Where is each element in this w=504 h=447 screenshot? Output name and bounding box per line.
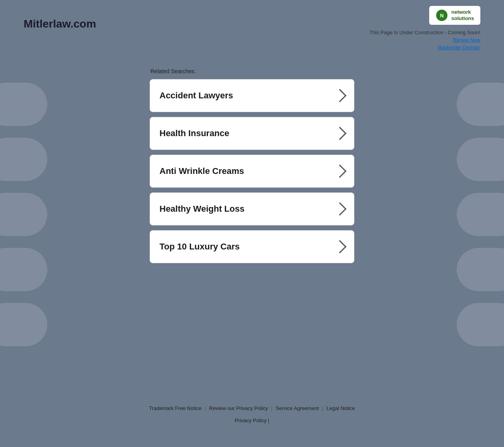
- header-right: N network solutions This Page Is Under C…: [369, 6, 480, 50]
- search-item-accident-lawyers[interactable]: Accident Lawyers: [150, 79, 354, 112]
- decorative-pill-right-2: [457, 138, 504, 181]
- footer-separator-1: |: [205, 405, 206, 411]
- search-item-health-insurance[interactable]: Health Insurance: [150, 117, 354, 150]
- decorative-pill-right-3: [457, 193, 504, 236]
- backorder-domain-link[interactable]: Backorder Domain: [438, 44, 480, 50]
- decorative-pill-left-2: [0, 138, 47, 181]
- ns-logo-icon: N: [435, 9, 448, 22]
- page-header: Mitlerlaw.com N network solutions This P…: [0, 0, 504, 56]
- search-container: Related Searches: Accident Lawyers Healt…: [150, 68, 354, 268]
- trademark-free-notice-link[interactable]: Trademark Free Notice: [149, 405, 201, 411]
- ns-logo-text: network solutions: [451, 9, 474, 21]
- search-item-label: Health Insurance: [159, 128, 229, 139]
- network-solutions-logo: N network solutions: [429, 6, 480, 25]
- decorative-pill-right-5: [457, 303, 504, 346]
- decorative-pill-left-4: [0, 248, 47, 291]
- chevron-right-icon: [333, 89, 346, 102]
- footer-pipe: |: [268, 417, 269, 423]
- decorative-pill-right-1: [457, 83, 504, 126]
- svg-text:N: N: [440, 13, 444, 18]
- chevron-right-icon: [333, 127, 346, 140]
- construction-text: This Page Is Under Construction - Coming…: [369, 30, 480, 35]
- chevron-right-icon: [333, 240, 346, 253]
- search-item-anti-wrinkle-creams[interactable]: Anti Wrinkle Creams: [150, 155, 354, 188]
- chevron-right-icon: [333, 202, 346, 216]
- privacy-policy-link[interactable]: Review our Privacy Policy: [209, 405, 268, 411]
- service-agreement-link[interactable]: Service Agreement: [276, 405, 319, 411]
- search-item-label: Anti Wrinkle Creams: [159, 166, 244, 176]
- search-item-healthy-weight-loss[interactable]: Healthy Weight Loss: [150, 192, 354, 225]
- footer-separator-2: |: [271, 405, 272, 411]
- legal-notice-link[interactable]: Legal Notice: [326, 405, 355, 411]
- privacy-policy-bottom-link[interactable]: Privacy Policy: [235, 417, 267, 423]
- main-content: Related Searches: Accident Lawyers Healt…: [0, 56, 504, 280]
- related-searches-label: Related Searches:: [150, 68, 354, 74]
- footer-links: Trademark Free Notice | Review our Priva…: [149, 405, 355, 411]
- search-item-label: Accident Lawyers: [159, 91, 233, 101]
- chevron-right-icon: [333, 164, 346, 178]
- search-item-label: Healthy Weight Loss: [159, 204, 245, 214]
- decorative-pill-left-3: [0, 193, 47, 236]
- decorative-pill-left-1: [0, 83, 47, 126]
- decorative-pill-right-4: [457, 248, 504, 291]
- renew-now-link[interactable]: Renew Now: [453, 37, 480, 43]
- footer-privacy: Privacy Policy |: [235, 417, 269, 423]
- footer-separator-3: |: [322, 405, 323, 411]
- decorative-pill-left-5: [0, 303, 47, 346]
- search-item-top-10-luxury-cars[interactable]: Top 10 Luxury Cars: [150, 230, 354, 263]
- site-title[interactable]: Mitlerlaw.com: [24, 6, 96, 30]
- search-item-label: Top 10 Luxury Cars: [159, 242, 240, 252]
- page-footer: Trademark Free Notice | Review our Priva…: [0, 405, 504, 423]
